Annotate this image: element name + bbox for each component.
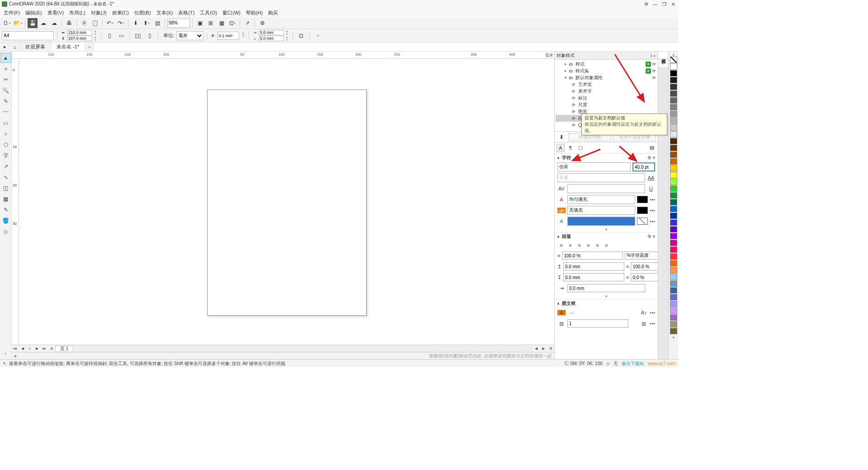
unit-select[interactable]: 毫米 bbox=[176, 31, 203, 40]
rectangle-tool[interactable]: ▭ bbox=[0, 118, 11, 128]
fill-type-select[interactable] bbox=[567, 195, 635, 204]
color-swatch[interactable] bbox=[670, 192, 677, 199]
menu-view[interactable]: 查看(V) bbox=[45, 8, 67, 17]
frame-none-icon[interactable]: ⟋ bbox=[567, 310, 576, 315]
shape-tool[interactable]: ⟡ bbox=[0, 64, 11, 74]
color-swatch[interactable] bbox=[670, 240, 677, 246]
add-tool-button[interactable]: + bbox=[0, 349, 11, 359]
color-swatch[interactable] bbox=[670, 213, 677, 219]
align-center-button[interactable]: ≡ bbox=[576, 241, 584, 249]
current-page-button[interactable]: ▯ bbox=[145, 31, 155, 41]
import-style-button[interactable]: ⬇ bbox=[557, 132, 566, 142]
space-before[interactable] bbox=[563, 262, 624, 271]
home-tab[interactable]: ⌂ bbox=[10, 43, 20, 51]
tree-callout[interactable]: ⟳标注 bbox=[556, 95, 657, 101]
color-swatch[interactable] bbox=[670, 90, 677, 97]
first-page-button[interactable]: ⏮ bbox=[12, 346, 19, 352]
fullscreen-button[interactable]: ▣ bbox=[195, 18, 205, 28]
char-section-head[interactable]: ▴字符⚙ ▾ bbox=[555, 153, 658, 161]
ellipse-tool[interactable]: ○ bbox=[0, 129, 11, 139]
menu-file[interactable]: 文件(F) bbox=[1, 8, 23, 17]
save-button[interactable]: 💾 bbox=[28, 18, 38, 28]
link-icon[interactable]: ⟳ bbox=[651, 68, 657, 74]
color-swatch[interactable] bbox=[670, 172, 677, 178]
color-swatch[interactable] bbox=[670, 118, 677, 124]
menu-object[interactable]: 对象(J) bbox=[88, 8, 109, 17]
new-tab-button[interactable]: + bbox=[85, 43, 94, 51]
undo-button[interactable]: ↶ bbox=[105, 18, 115, 28]
navigator-button[interactable]: ⊞ bbox=[547, 346, 554, 352]
align-justify-button[interactable]: ≡ bbox=[594, 241, 602, 249]
color-swatch[interactable] bbox=[670, 280, 677, 287]
open-button[interactable]: 📂 bbox=[13, 18, 23, 28]
color-swatch[interactable] bbox=[670, 301, 677, 307]
connector-tool[interactable]: ⤡ bbox=[0, 172, 11, 182]
color-swatch[interactable] bbox=[670, 185, 677, 192]
fill-indicator-icon[interactable]: ◇ bbox=[606, 361, 610, 366]
color-swatch[interactable] bbox=[670, 158, 677, 165]
char-tab-icon[interactable]: A bbox=[557, 144, 565, 152]
space-after[interactable] bbox=[563, 273, 624, 281]
color-swatch[interactable] bbox=[670, 97, 677, 104]
palette-toggle-icon[interactable]: ▸ bbox=[14, 353, 17, 358]
color-swatch[interactable] bbox=[670, 287, 677, 294]
color-swatch[interactable] bbox=[670, 253, 677, 260]
dup-x[interactable] bbox=[259, 30, 284, 35]
color-swatch[interactable] bbox=[670, 124, 677, 131]
menu-help[interactable]: 帮助(H) bbox=[243, 8, 265, 17]
spinner[interactable]: ▲▼ bbox=[93, 36, 98, 41]
copy-button[interactable]: ⎘ bbox=[79, 18, 89, 28]
document-tab[interactable]: 未命名 -1* bbox=[51, 43, 85, 51]
frame-section-head[interactable]: ▴图文框 bbox=[555, 299, 658, 307]
parallel-dim-tool[interactable]: ↗ bbox=[0, 161, 11, 171]
color-swatch[interactable] bbox=[670, 226, 677, 233]
color-swatch[interactable] bbox=[670, 152, 677, 158]
color-swatch[interactable] bbox=[670, 63, 677, 70]
menu-edit[interactable]: 编辑(E) bbox=[23, 8, 45, 17]
fill-color-chip[interactable] bbox=[637, 196, 648, 203]
color-swatch[interactable] bbox=[670, 206, 677, 212]
underline-icon[interactable]: AA bbox=[647, 175, 655, 180]
color-swatch[interactable] bbox=[670, 145, 677, 151]
align-left-button[interactable]: ≡ bbox=[566, 241, 575, 249]
docker-tab-add[interactable]: + bbox=[658, 59, 668, 68]
expand-tab-icon[interactable]: ▤ bbox=[648, 144, 656, 152]
last-page-button[interactable]: ⏭ bbox=[41, 346, 48, 352]
tree-artistic-pen[interactable]: ⟳艺术笔 bbox=[556, 81, 657, 88]
page-height[interactable] bbox=[67, 36, 92, 41]
space-pct2[interactable] bbox=[631, 273, 658, 281]
crop-tool[interactable]: ✂ bbox=[0, 75, 11, 85]
welcome-tab[interactable]: 欢迎屏幕 bbox=[20, 43, 51, 51]
color-swatch[interactable] bbox=[670, 321, 677, 328]
all-pages-button[interactable]: ▯▯ bbox=[133, 31, 143, 41]
outline-more-button[interactable]: ••• bbox=[650, 208, 655, 213]
close-icon[interactable]: ✕ bbox=[670, 1, 676, 7]
print-button[interactable]: 🖶 bbox=[64, 18, 74, 28]
color-swatch[interactable] bbox=[670, 308, 677, 314]
color-swatch[interactable] bbox=[670, 260, 677, 266]
horizontal-scrollbar[interactable] bbox=[73, 346, 533, 352]
page-width[interactable] bbox=[67, 30, 92, 35]
color-swatch[interactable] bbox=[670, 70, 677, 76]
portrait-button[interactable]: ▯ bbox=[104, 31, 114, 41]
zoom-tool[interactable]: 🔍 bbox=[0, 85, 11, 95]
pick-tool-icon[interactable]: ▸ bbox=[0, 43, 10, 51]
popout-icon[interactable]: ⧉ bbox=[643, 1, 649, 7]
palette-up-icon[interactable]: ▲ bbox=[672, 52, 675, 57]
fill-tool[interactable]: 🪣 bbox=[0, 216, 11, 226]
gear-icon[interactable]: ⚙ ▾ bbox=[647, 155, 655, 160]
columns-input[interactable] bbox=[567, 319, 628, 328]
color-swatch[interactable] bbox=[670, 84, 677, 90]
zoom-level[interactable] bbox=[167, 19, 190, 28]
outline-tool[interactable]: ◇ bbox=[0, 227, 11, 237]
freehand-tool[interactable]: ✎ bbox=[0, 96, 11, 106]
publish-button[interactable]: ▤ bbox=[152, 18, 162, 28]
page-rectangle[interactable] bbox=[207, 90, 367, 316]
underline-button[interactable]: U bbox=[647, 186, 655, 191]
vtext-icon[interactable]: A↕ bbox=[640, 310, 648, 315]
maximize-icon[interactable]: ❐ bbox=[661, 1, 667, 7]
menu-effects[interactable]: 效果(C) bbox=[109, 8, 132, 17]
link-icon[interactable]: ⟳ bbox=[651, 62, 657, 67]
next-page-button[interactable]: ▶ bbox=[33, 346, 41, 352]
paste-button[interactable]: 📋 bbox=[90, 18, 100, 28]
